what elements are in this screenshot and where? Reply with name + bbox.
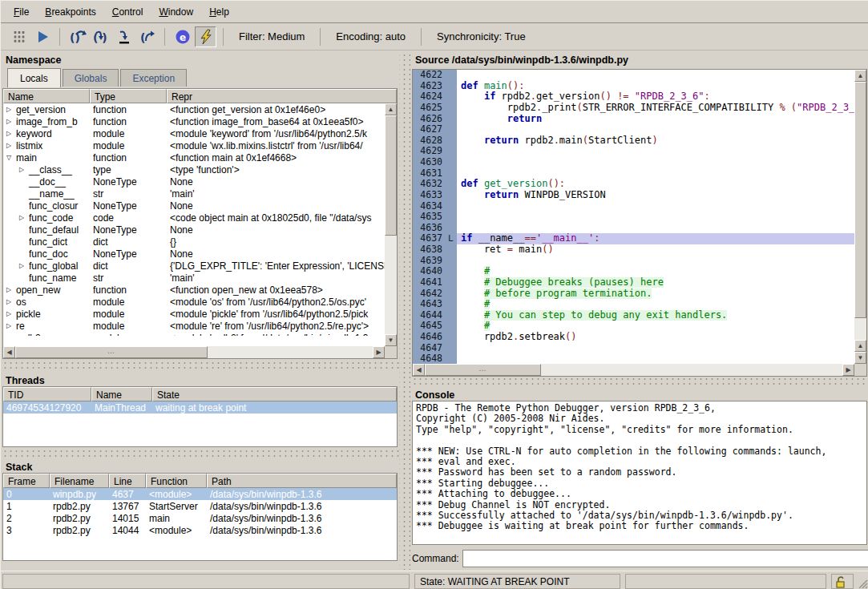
splitter-handle[interactable] [1,450,399,459]
column-header[interactable]: Line [109,474,146,488]
table-row[interactable]: func_namestr'main' [3,272,385,284]
expander-icon[interactable]: ▷ [19,212,29,224]
source-line[interactable]: 4629 [413,146,854,157]
table-row[interactable]: ▷picklemodule<module 'pickle' from '/usr… [3,308,385,320]
menu-control[interactable]: Control [104,2,151,22]
table-row[interactable]: ▷__class__type<type 'function'> [3,163,385,175]
tab-globals[interactable]: Globals [63,69,119,87]
splitter-handle[interactable] [1,362,399,371]
scrollbar-thumb[interactable] [854,82,866,318]
column-header[interactable]: Type [90,89,167,103]
column-header[interactable]: Name [91,387,152,401]
tab-exception[interactable]: Exception [120,69,187,87]
scrollbar-thumb[interactable]: ⋯ [425,364,541,376]
source-line[interactable]: 4646 rpdb2.setbreak() [413,332,854,343]
scroll-down-icon[interactable]: ▼ [385,334,397,346]
table-row[interactable]: func_closurNoneTypeNone [3,200,385,212]
source-line[interactable]: 4636 [413,223,854,234]
step-into-icon[interactable]: ( ) [90,26,111,47]
source-line[interactable]: 4647 [413,343,854,354]
console-output[interactable]: RPDB - The Remote Python Debugger, versi… [412,401,867,545]
expander-icon[interactable]: ▷ [6,309,16,320]
encoding-icon[interactable]: e [172,26,193,47]
source-line[interactable]: 4634 [413,201,854,212]
table-row[interactable]: 0winpdb.py4637<module>/data/sys/bin/winp… [3,488,397,500]
table-row[interactable]: ▷keywordmodule<module 'keyword' from '/u… [3,127,385,139]
table-row[interactable]: func_defaulNoneTypeNone [3,224,385,236]
source-line[interactable]: 4630 [413,157,854,168]
source-line[interactable]: 4626 return [413,114,854,125]
column-header[interactable]: Repr [167,89,397,103]
column-header[interactable]: State [152,387,397,401]
source-line[interactable]: 4643 # [413,299,854,310]
column-header[interactable]: Name [3,89,90,103]
source-editor[interactable]: 46224623def main():4624 if rpdb2.get_ver… [412,69,867,377]
source-line[interactable]: 4635 [413,212,854,223]
scroll-right-icon[interactable]: ▶ [373,346,385,358]
source-line[interactable]: 4623def main(): [413,81,854,92]
go-icon[interactable] [31,26,53,47]
expander-icon[interactable]: ▷ [19,164,29,175]
source-line[interactable]: 4645 # [413,321,854,332]
source-vscrollbar[interactable]: ▲ ▲ ▼ [854,70,866,364]
source-line[interactable]: 4628 return rpdb2.main(StartClient) [413,135,854,147]
column-header[interactable]: Path [207,474,397,488]
expander-icon[interactable]: ▷ [6,333,16,337]
source-line[interactable]: 4644 # You can step to debug any exit ha… [413,310,854,321]
scroll-left-icon[interactable]: ◀ [3,346,15,358]
splitter-handle[interactable] [410,378,868,387]
expander-icon[interactable]: ▷ [6,321,16,332]
encoding-label[interactable]: Encoding: auto [326,30,415,42]
scroll-up-icon[interactable]: ▲ [854,70,866,82]
table-row[interactable]: ▷listmixmodule<module 'wx.lib.mixins.lis… [3,139,385,151]
source-line[interactable]: 4631 [413,168,854,180]
table-row[interactable]: __name__str'main' [3,188,385,200]
next-icon[interactable]: () [67,26,88,47]
resize-grip-icon[interactable] [857,578,868,589]
source-line[interactable]: 4625 rpdb2._print(STR_ERROR_INTERFACE_CO… [413,103,854,114]
table-row[interactable]: ▷remodule<module 're' from '/usr/lib64/p… [3,320,385,332]
table-row[interactable]: ▷osmodule<module 'os' from '/usr/lib64/p… [3,296,385,308]
synchronicity-label[interactable]: Synchronicity: True [427,30,535,42]
source-line[interactable]: 4632def get_version(): [413,179,854,190]
source-line[interactable]: 4648 [413,353,854,364]
table-row[interactable]: 2rpdb2.py14015main/data/sys/bin/winpdb-1… [3,512,397,524]
table-row[interactable]: ▷image_from_bfunction<function image_fro… [3,115,385,127]
source-hscrollbar[interactable]: ◀ ⋯ ▶ [413,364,854,376]
source-line[interactable]: 4639 [413,256,854,267]
expander-icon[interactable]: ▷ [6,284,16,296]
expander-icon[interactable]: ▽ [6,152,16,163]
synchronicity-icon[interactable] [195,26,216,47]
expander-icon[interactable]: ▷ [6,104,16,115]
column-header[interactable]: Function [146,474,207,488]
scroll-right-icon[interactable]: ▶ [842,364,854,376]
namespace-hscrollbar[interactable]: ◀ ⋯ ▶ [3,346,385,358]
source-line[interactable]: 4622 [413,70,854,81]
scroll-down-icon[interactable]: ▼ [854,352,866,364]
column-header[interactable]: Filename [50,474,109,488]
table-row[interactable]: 1rpdb2.py13767StartServer/data/sys/bin/w… [3,500,397,512]
splitter-handle[interactable] [399,51,410,570]
menu-breakpoints[interactable]: Breakpoints [37,2,103,22]
source-line[interactable]: 4641 # Debuggee breaks (pauses) here [413,277,854,288]
source-line[interactable]: 4640 # [413,266,854,277]
source-line[interactable]: 4638 ret = main() [413,244,854,256]
column-header[interactable]: TID [3,387,91,401]
source-line[interactable]: 4627 [413,124,854,135]
table-row[interactable]: ▷open_newfunction<function open_new at 0… [3,284,385,296]
table-row[interactable]: ▷func_globaldict{'DLG_EXPR_TITLE': 'Ente… [3,260,385,272]
table-row[interactable]: ▷func_codecode<code object main at 0x180… [3,212,385,224]
break-icon[interactable] [8,26,30,47]
expander-icon[interactable]: ▷ [19,260,29,272]
scrollbar-thumb[interactable]: ⋯ [15,346,208,358]
expander-icon[interactable]: ▷ [6,297,16,308]
goto-icon[interactable] [113,26,135,47]
expander-icon[interactable]: ▷ [6,128,16,139]
table-row[interactable]: 46974534127920MainThreadwaiting at break… [3,401,397,414]
command-input[interactable] [462,550,868,567]
scrollbar-thumb[interactable] [385,115,397,236]
table-row[interactable]: ▷get_versionfunction<function get_versio… [3,103,385,115]
table-row[interactable]: 3rpdb2.py14044<module>/data/sys/bin/winp… [3,524,397,536]
source-line[interactable]: 4642 # before program termination. [413,288,854,300]
tab-locals[interactable]: Locals [7,68,61,87]
